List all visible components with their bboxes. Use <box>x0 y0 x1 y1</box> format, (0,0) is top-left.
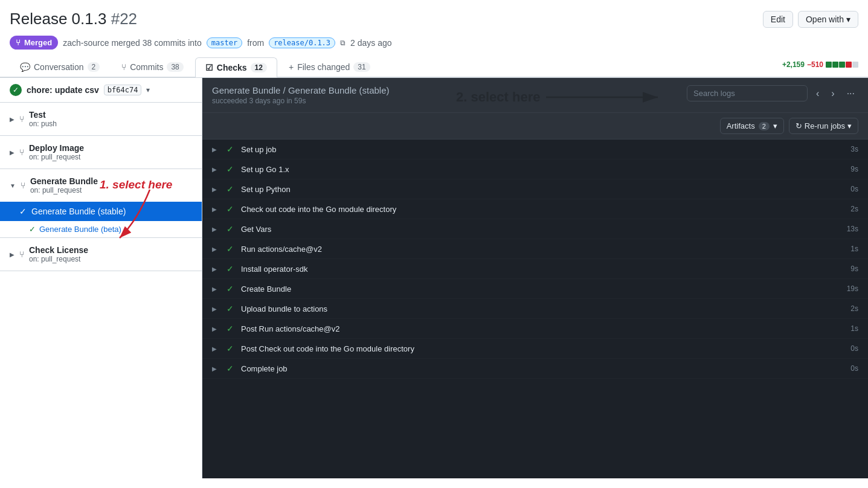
check-icon-11: ✓ <box>225 364 235 373</box>
commits-count: 38 <box>167 62 183 72</box>
checks-count: 12 <box>251 63 267 72</box>
check-icon-beta: ✓ <box>29 225 36 234</box>
check-icon-2: ✓ <box>225 184 235 194</box>
artifacts-chevron: ▾ <box>773 121 777 130</box>
workflow-node-icon-license: ⑂ <box>19 249 24 259</box>
step-row-8[interactable]: ▶ ✓ Upload bundle to actions 2s <box>202 299 868 319</box>
head-branch-tag[interactable]: release/0.1.3 <box>269 37 335 48</box>
step-row-10[interactable]: ▶ ✓ Post Check out code into the Go modu… <box>202 339 868 359</box>
step-row-2[interactable]: ▶ ✓ Set up Python 0s <box>202 179 868 199</box>
step-duration-3: 2s <box>850 205 858 213</box>
step-name-2: Set up Python <box>241 185 844 194</box>
expand-icon-8: ▶ <box>212 306 219 312</box>
step-name-11: Complete job <box>241 364 844 373</box>
step-row-9[interactable]: ▶ ✓ Post Run actions/cache@v2 1s <box>202 319 868 339</box>
expand-icon-9: ▶ <box>212 326 219 332</box>
rerun-icon: ↻ <box>796 121 802 130</box>
commit-chevron[interactable]: ▾ <box>146 86 150 94</box>
expand-icon-6: ▶ <box>212 266 219 272</box>
edit-button[interactable]: Edit <box>763 11 793 28</box>
pr-number: #22 <box>111 10 137 28</box>
deletions-stat: −510 <box>807 60 823 69</box>
time-ago: 2 days ago <box>350 38 392 48</box>
files-count: 31 <box>353 62 370 72</box>
sidebar: ✓ chore: update csv bf64c74 ▾ ▶ ⑂ Test o… <box>0 78 202 478</box>
tab-checks[interactable]: ☑ Checks 12 <box>195 57 277 77</box>
check-icon-9: ✓ <box>225 324 235 333</box>
step-row-7[interactable]: ▶ ✓ Create Bundle 19s <box>202 279 868 299</box>
commit-hash: bf64c74 <box>104 85 142 95</box>
chevron-down-icon-generate: ▼ <box>10 182 16 189</box>
job-subtitle: succeeded 3 days ago in 59s <box>212 97 390 105</box>
job-log-header: Generate Bundle / Generate Bundle (stabl… <box>202 78 868 113</box>
workflow-item-generate-stable[interactable]: ✓ Generate Bundle (stable) <box>0 202 202 221</box>
next-result-button[interactable]: › <box>828 86 838 101</box>
workflow-item-generate-beta[interactable]: ✓ Generate Bundle (beta) <box>0 221 202 237</box>
step-name-5: Run actions/cache@v2 <box>241 245 844 254</box>
conversation-count: 2 <box>88 62 100 72</box>
prev-result-button[interactable]: ‹ <box>812 86 823 101</box>
copy-icon[interactable]: ⧉ <box>340 39 346 47</box>
step-duration-0: 3s <box>850 145 858 153</box>
workflow-node-icon-generate: ⑂ <box>21 181 25 190</box>
artifacts-label: Artifacts <box>727 121 755 130</box>
pr-title: Release 0.1.3 #22 <box>10 10 137 28</box>
open-with-label: Open with <box>806 14 844 24</box>
step-row-5[interactable]: ▶ ✓ Run actions/cache@v2 1s <box>202 239 868 259</box>
additions-stat: +2,159 <box>782 60 805 69</box>
chevron-right-icon-license: ▶ <box>10 251 14 258</box>
workflow-license-header[interactable]: ▶ ⑂ Check License on: pull_request <box>0 238 202 271</box>
workflow-generate-bundle: ▼ ⑂ Generate Bundle on: pull_request ✓ G… <box>0 169 202 238</box>
check-icon-8: ✓ <box>225 304 235 313</box>
artifacts-button[interactable]: Artifacts 2 ▾ <box>720 118 784 134</box>
check-icon-1: ✓ <box>225 164 235 174</box>
expand-icon-7: ▶ <box>212 286 219 292</box>
base-branch-tag[interactable]: master <box>207 37 242 48</box>
rerun-jobs-button[interactable]: ↻ Re-run jobs ▾ <box>789 118 858 134</box>
step-name-7: Create Bundle <box>241 284 841 294</box>
tab-commits[interactable]: ⑂ Commits 38 <box>111 57 194 77</box>
step-duration-7: 19s <box>847 284 858 293</box>
check-icon-3: ✓ <box>225 204 235 214</box>
pr-title-text: Release 0.1.3 <box>10 10 106 28</box>
step-duration-11: 0s <box>850 364 858 373</box>
step-row-11[interactable]: ▶ ✓ Complete job 0s <box>202 359 868 379</box>
checks-icon: ☑ <box>205 63 213 72</box>
check-icon-7: ✓ <box>225 284 235 294</box>
workflow-generate-title: Generate Bundle <box>30 176 98 186</box>
step-name-0: Set up job <box>241 145 844 154</box>
workflow-generate-header[interactable]: ▼ ⑂ Generate Bundle on: pull_request <box>0 169 202 202</box>
step-duration-1: 9s <box>850 165 858 173</box>
workflow-node-icon-test: ⑂ <box>19 114 24 124</box>
workflow-test-header[interactable]: ▶ ⑂ Test on: push <box>0 103 202 135</box>
artifacts-count-badge: 2 <box>759 122 770 130</box>
job-log-panel: Generate Bundle / Generate Bundle (stabl… <box>202 78 868 478</box>
conversation-icon: 💬 <box>20 62 30 72</box>
step-row-1[interactable]: ▶ ✓ Set up Go 1.x 9s <box>202 159 868 179</box>
diff-bar <box>826 62 858 68</box>
step-name-9: Post Run actions/cache@v2 <box>241 324 844 333</box>
commit-label: chore: update csv <box>27 85 99 95</box>
step-name-3: Check out code into the Go module direct… <box>241 205 844 214</box>
expand-icon-10: ▶ <box>212 345 219 352</box>
check-icon-5: ✓ <box>225 244 235 254</box>
step-duration-5: 1s <box>850 245 858 253</box>
step-row-6[interactable]: ▶ ✓ Install operator-sdk 9s <box>202 259 868 279</box>
step-name-10: Post Check out code into the Go module d… <box>241 344 844 353</box>
more-options-button[interactable]: ··· <box>843 86 858 101</box>
step-name-6: Install operator-sdk <box>241 265 844 274</box>
tab-files-changed[interactable]: + Files changed 31 <box>278 57 381 77</box>
tab-conversation[interactable]: 💬 Conversation 2 <box>10 57 110 77</box>
merge-icon: ⑂ <box>16 38 21 47</box>
step-row-3[interactable]: ▶ ✓ Check out code into the Go module di… <box>202 199 868 219</box>
check-icon-4: ✓ <box>225 224 235 234</box>
workflow-deploy-header[interactable]: ▶ ⑂ Deploy Image on: pull_request <box>0 136 202 169</box>
step-row-4[interactable]: ▶ ✓ Get Vars 13s <box>202 219 868 239</box>
search-logs-input[interactable] <box>687 85 808 101</box>
step-row-0[interactable]: ▶ ✓ Set up job 3s <box>202 140 868 159</box>
workflow-license-title: Check License <box>29 245 88 255</box>
check-icon-10: ✓ <box>225 344 235 353</box>
check-icon-0: ✓ <box>225 144 235 154</box>
step-duration-2: 0s <box>850 185 858 193</box>
open-with-button[interactable]: Open with ▾ <box>798 11 858 28</box>
